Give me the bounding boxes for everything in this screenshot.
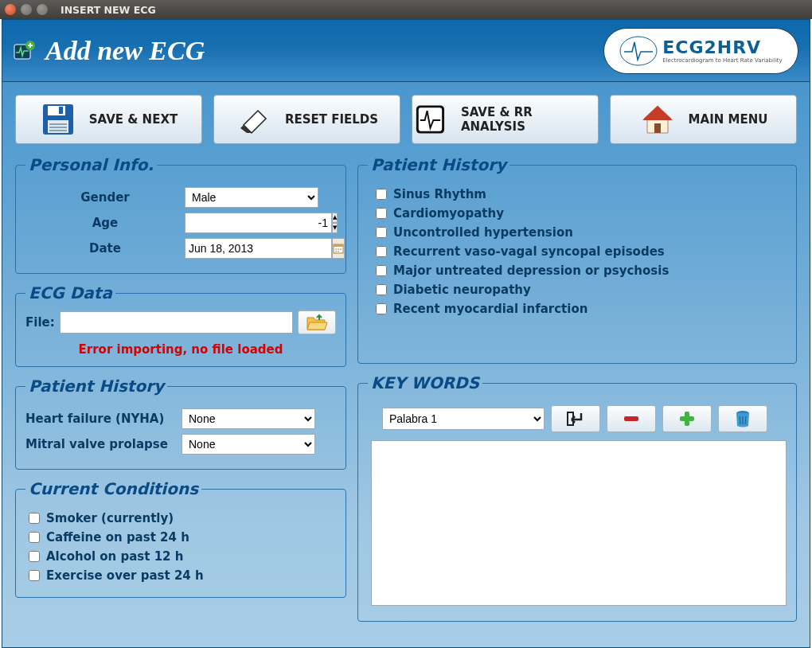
diabetic-neuropathy-label: Diabetic neuropathy xyxy=(393,283,531,297)
keyword-delete-button[interactable] xyxy=(718,405,767,432)
age-label: Age xyxy=(25,216,185,230)
folder-open-icon xyxy=(306,314,328,331)
window-close-icon[interactable] xyxy=(5,4,16,15)
sinus-rhythm-label: Sinus Rhythm xyxy=(393,187,486,201)
personal-info-legend: Personal Info. xyxy=(25,155,157,174)
svg-rect-13 xyxy=(624,416,638,421)
add-ecg-icon xyxy=(14,40,36,62)
mitral-label: Mitral valve prolapse xyxy=(25,437,182,451)
age-spin-down[interactable]: ▼ xyxy=(332,223,338,233)
calendar-icon xyxy=(333,243,344,254)
exercise-label: Exercise over past 24 h xyxy=(46,568,204,583)
keywords-textarea[interactable] xyxy=(371,440,787,606)
ecg-data-legend: ECG Data xyxy=(25,283,115,303)
personal-info-group: Personal Info. Gender Male Age ▲ xyxy=(15,155,346,274)
logo-text: ECG2HRV xyxy=(662,37,761,57)
caffeine-label: Caffeine on past 24 h xyxy=(46,530,189,545)
keyword-remove-button[interactable] xyxy=(607,405,656,432)
keywords-group: KEY WORDS Palabra 1 xyxy=(357,373,797,622)
app-logo: ECG2HRV Electrocardiogram to Heart Rate … xyxy=(603,28,798,74)
save-rr-button[interactable]: SAVE & RR ANALYSIS xyxy=(412,95,599,144)
keywords-legend: KEY WORDS xyxy=(368,373,482,392)
file-browse-button[interactable] xyxy=(298,310,336,334)
smoker-checkbox[interactable] xyxy=(29,513,40,524)
floppy-icon xyxy=(40,101,76,138)
age-spin-up[interactable]: ▲ xyxy=(332,213,338,223)
app-window: Add new ECG ECG2HRV Electrocardiogram to… xyxy=(2,19,810,648)
cardiomyopathy-checkbox[interactable] xyxy=(376,208,387,219)
vaso-vagal-label: Recurrent vaso-vagal syncopal episodes xyxy=(393,244,665,259)
file-label: File: xyxy=(25,315,55,330)
minus-icon xyxy=(621,410,642,427)
heart-failure-label: Heart failure (NYHA) xyxy=(25,412,182,426)
patient-history-left-group: Patient History Heart failure (NYHA) Non… xyxy=(15,377,346,470)
patient-history-right-group: Patient History Sinus Rhythm Cardiomyopa… xyxy=(357,155,797,364)
toolbar: SAVE & NEXT RESET FIELDS SAVE & RR ANALY… xyxy=(2,82,810,152)
current-conditions-group: Current Conditions Smoker (currently) Ca… xyxy=(15,479,346,598)
date-input[interactable] xyxy=(185,238,332,259)
app-header: Add new ECG ECG2HRV Electrocardiogram to… xyxy=(2,20,810,82)
svg-rect-5 xyxy=(59,107,63,114)
mitral-select[interactable]: None xyxy=(182,434,315,455)
keyword-insert-button[interactable] xyxy=(551,405,600,432)
logo-subtitle: Electrocardiogram to Heart Rate Variabil… xyxy=(662,57,783,64)
home-icon xyxy=(639,101,676,138)
patient-history-right-legend: Patient History xyxy=(368,155,509,174)
sinus-rhythm-checkbox[interactable] xyxy=(376,189,387,200)
date-picker-button[interactable] xyxy=(332,238,345,259)
keyword-add-button[interactable] xyxy=(662,405,712,432)
reset-fields-button[interactable]: RESET FIELDS xyxy=(213,95,400,144)
window-maximize-icon[interactable] xyxy=(37,4,48,15)
myocardial-infarction-label: Recent myocardial infarction xyxy=(393,302,588,316)
svg-rect-6 xyxy=(48,120,68,133)
enter-icon xyxy=(565,410,586,427)
date-label: Date xyxy=(25,241,185,256)
svg-rect-9 xyxy=(654,123,661,133)
gender-label: Gender xyxy=(25,190,185,205)
main-menu-label: MAIN MENU xyxy=(689,112,768,127)
file-input[interactable] xyxy=(60,311,293,334)
alcohol-label: Alcohol on past 12 h xyxy=(46,549,183,564)
age-input[interactable] xyxy=(185,213,332,233)
save-next-label: SAVE & NEXT xyxy=(89,112,178,127)
caffeine-checkbox[interactable] xyxy=(29,532,40,543)
file-error-message: Error importing, no file loaded xyxy=(25,342,336,357)
gender-select[interactable]: Male xyxy=(185,187,318,208)
depression-checkbox[interactable] xyxy=(376,265,387,276)
save-next-button[interactable]: SAVE & NEXT xyxy=(15,95,202,144)
alcohol-checkbox[interactable] xyxy=(29,551,40,562)
smoker-label: Smoker (currently) xyxy=(46,511,174,525)
exercise-checkbox[interactable] xyxy=(29,570,40,581)
titlebar: INSERT NEW ECG xyxy=(0,0,812,19)
ecg-data-group: ECG Data File: Error importing, no file … xyxy=(15,283,346,367)
reset-fields-label: RESET FIELDS xyxy=(285,112,378,127)
ecg-analysis-icon xyxy=(412,101,448,138)
ecg-wave-icon xyxy=(619,36,658,66)
trash-icon xyxy=(734,409,751,428)
myocardial-infarction-checkbox[interactable] xyxy=(376,303,387,314)
window-minimize-icon[interactable] xyxy=(21,4,32,15)
vaso-vagal-checkbox[interactable] xyxy=(376,246,387,257)
plus-icon xyxy=(677,410,697,427)
hypertension-label: Uncontrolled hypertension xyxy=(393,225,573,240)
patient-history-left-legend: Patient History xyxy=(25,377,167,396)
svg-point-2 xyxy=(620,37,657,65)
save-rr-label: SAVE & RR ANALYSIS xyxy=(461,105,598,134)
depression-label: Major untreated depression or psychosis xyxy=(393,263,669,278)
page-title: Add new ECG xyxy=(45,36,205,66)
svg-rect-11 xyxy=(334,244,343,247)
cardiomyopathy-label: Cardiomyopathy xyxy=(393,206,504,221)
main-menu-button[interactable]: MAIN MENU xyxy=(610,95,797,144)
heart-failure-select[interactable]: None xyxy=(182,408,315,429)
window-title: INSERT NEW ECG xyxy=(61,4,156,16)
hypertension-checkbox[interactable] xyxy=(376,227,387,238)
keyword-select[interactable]: Palabra 1 xyxy=(382,408,545,430)
svg-rect-15 xyxy=(680,416,694,421)
current-conditions-legend: Current Conditions xyxy=(25,479,201,498)
diabetic-neuropathy-checkbox[interactable] xyxy=(376,284,387,295)
eraser-icon xyxy=(236,101,272,138)
